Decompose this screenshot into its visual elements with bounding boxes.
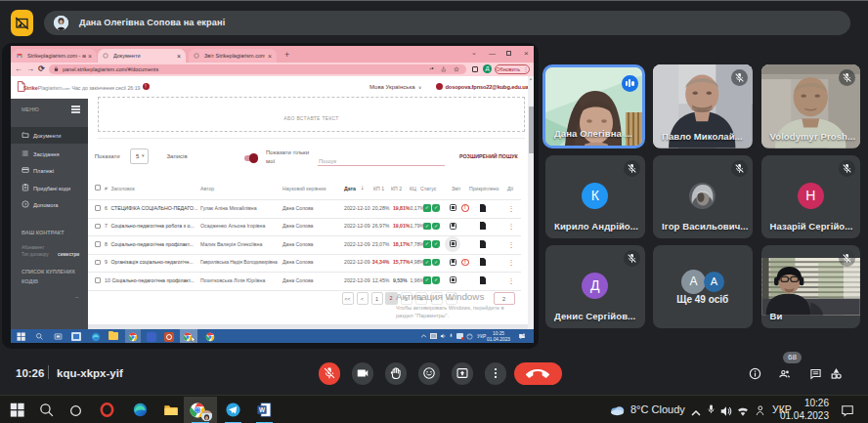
svg-text:W: W	[259, 406, 265, 413]
svg-text:?: ?	[24, 202, 27, 207]
